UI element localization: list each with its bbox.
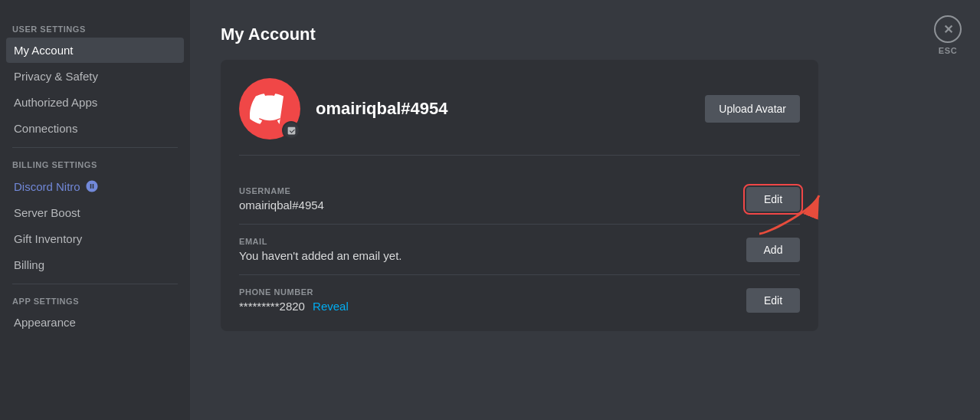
account-card: omairiqbal#4954 Upload Avatar USERNAME o… xyxy=(221,60,818,331)
sidebar-divider-1 xyxy=(12,147,178,148)
edit-phone-button[interactable]: Edit xyxy=(746,288,800,313)
avatar-wrapper xyxy=(239,78,300,139)
phone-row: PHONE NUMBER *********2820 Reveal Edit xyxy=(239,275,800,313)
edit-username-button[interactable]: Edit xyxy=(746,187,800,212)
sidebar-item-my-account[interactable]: My Account xyxy=(6,38,184,63)
sidebar-item-server-boost-label: Server Boost xyxy=(14,206,80,219)
phone-value: *********2820 Reveal xyxy=(239,300,349,313)
sidebar-item-my-account-label: My Account xyxy=(14,44,74,57)
sidebar-item-connections-label: Connections xyxy=(14,122,77,135)
app-settings-section-label: APP SETTINGS xyxy=(6,290,184,309)
sidebar-item-discord-nitro-label: Discord Nitro xyxy=(14,180,80,193)
esc-label: ESC xyxy=(939,46,957,55)
avatar-username: omairiqbal#4954 xyxy=(316,99,705,119)
sidebar-item-privacy-safety-label: Privacy & Safety xyxy=(14,70,98,83)
sidebar: USER SETTINGS My Account Privacy & Safet… xyxy=(0,0,190,420)
sidebar-item-authorized-apps[interactable]: Authorized Apps xyxy=(6,90,184,115)
sidebar-item-billing[interactable]: Billing xyxy=(6,252,184,277)
username-info: USERNAME omairiqbal#4954 xyxy=(239,186,324,212)
sidebar-item-billing-label: Billing xyxy=(14,258,44,271)
sidebar-item-privacy-safety[interactable]: Privacy & Safety xyxy=(6,64,184,89)
sidebar-item-appearance[interactable]: Appearance xyxy=(6,310,184,335)
user-settings-section-label: USER SETTINGS xyxy=(6,18,184,37)
email-info: EMAIL You haven't added an email yet. xyxy=(239,237,402,262)
page-title: My Account xyxy=(221,25,949,44)
sidebar-item-gift-inventory[interactable]: Gift Inventory xyxy=(6,226,184,251)
sidebar-item-appearance-label: Appearance xyxy=(14,316,76,329)
sidebar-divider-2 xyxy=(12,284,178,284)
add-email-button[interactable]: Add xyxy=(746,238,800,262)
sidebar-item-server-boost[interactable]: Server Boost xyxy=(6,200,184,225)
email-label: EMAIL xyxy=(239,237,402,246)
close-icon[interactable]: ✕ xyxy=(934,15,962,43)
username-row: USERNAME omairiqbal#4954 Edit xyxy=(239,174,800,225)
sidebar-item-authorized-apps-label: Authorized Apps xyxy=(14,96,97,109)
reveal-phone-link[interactable]: Reveal xyxy=(313,300,349,313)
username-value: omairiqbal#4954 xyxy=(239,199,324,212)
phone-info: PHONE NUMBER *********2820 Reveal xyxy=(239,287,349,313)
email-row: EMAIL You haven't added an email yet. Ad… xyxy=(239,225,800,275)
main-content: My Account omairiqbal#4954 Upload Avatar xyxy=(190,0,980,420)
esc-button[interactable]: ✕ ESC xyxy=(934,15,962,55)
sidebar-item-connections[interactable]: Connections xyxy=(6,116,184,141)
username-label: USERNAME xyxy=(239,186,324,195)
sidebar-item-gift-inventory-label: Gift Inventory xyxy=(14,232,82,245)
avatar-section: omairiqbal#4954 Upload Avatar xyxy=(239,78,800,156)
email-value: You haven't added an email yet. xyxy=(239,249,402,262)
sidebar-item-discord-nitro[interactable]: Discord Nitro xyxy=(6,173,184,199)
nitro-icon xyxy=(85,179,99,193)
phone-label: PHONE NUMBER xyxy=(239,287,349,297)
billing-settings-section-label: BILLING SETTINGS xyxy=(6,154,184,172)
phone-masked: *********2820 xyxy=(239,300,305,313)
upload-avatar-button[interactable]: Upload Avatar xyxy=(705,95,800,123)
avatar-edit-badge[interactable] xyxy=(282,121,300,139)
